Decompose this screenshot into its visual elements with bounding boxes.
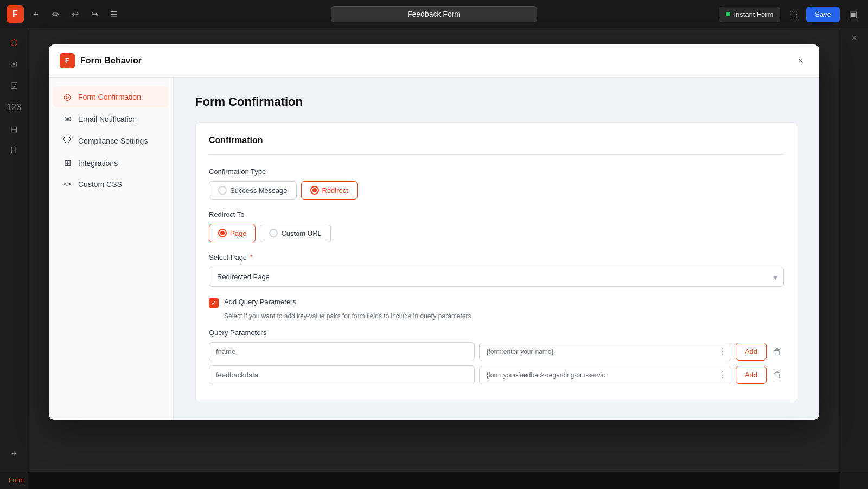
radio-circle-redirect [310, 186, 319, 195]
select-page-wrapper: Redirected Page ▾ [209, 267, 784, 287]
undo-icon[interactable]: ↩ [67, 7, 82, 22]
red-arrow-annotation [795, 322, 819, 387]
modal-nav: ◎ Form Confirmation ✉ Email Notification… [49, 78, 174, 420]
form-behavior-modal: F Form Behavior × ◎ Form Confirmation ✉ [49, 44, 819, 420]
app-logo: F [7, 5, 24, 23]
radio-inner-redirect [312, 188, 317, 192]
right-panel: × [840, 28, 868, 489]
query-row-2: ⋮ Add 🗑 [209, 365, 784, 384]
left-sidebar: ⬡ ✉ ☑ 123 ⊟ H ＋ ✏ [0, 28, 28, 489]
delete-icon-1[interactable]: 🗑 [771, 345, 784, 359]
modal-close-button[interactable]: × [793, 53, 808, 68]
compliance-settings-icon: 🛡 [62, 136, 73, 146]
query-value-wrapper-1: ⋮ [479, 343, 731, 361]
checkbox-label-wrapper: Add Query Parameters [224, 298, 296, 306]
radio-label-custom-url: Custom URL [281, 229, 321, 237]
redirect-to-group: Page Custom URL [209, 224, 784, 242]
query-dots-icon-1[interactable]: ⋮ [718, 346, 727, 357]
nav-item-form-confirmation[interactable]: ◎ Form Confirmation [53, 86, 169, 107]
top-bar: F ＋ ✏ ↩ ↪ ☰ Instant Form ⬚ Save ▣ [0, 0, 868, 28]
sidebar-icon-mail[interactable]: ✉ [4, 54, 24, 74]
select-page-label-text: Select Page [209, 253, 247, 261]
page-title: Form Confirmation [195, 95, 797, 109]
card-title: Confirmation [209, 136, 784, 155]
nav-label-compliance-settings: Compliance Settings [78, 137, 148, 145]
radio-label-redirect: Redirect [322, 186, 348, 195]
radio-circle-success [218, 186, 227, 195]
canvas-area: F Form Behavior × ◎ Form Confirmation ✉ [28, 28, 840, 489]
query-params-title: Query Parameters [209, 329, 784, 337]
email-notification-icon: ✉ [62, 114, 73, 124]
nav-label-custom-css: Custom CSS [78, 180, 122, 189]
instant-form-label: Instant Form [733, 10, 773, 18]
list-icon[interactable]: ☰ [106, 7, 122, 22]
confirmation-card: Confirmation Confirmation Type Success M… [195, 122, 797, 402]
form-title-input[interactable] [331, 6, 537, 22]
query-value-wrapper-2: ⋮ [479, 366, 731, 384]
modal-header: F Form Behavior × [49, 44, 819, 78]
add-button-2[interactable]: Add [736, 366, 767, 384]
nav-item-custom-css[interactable]: <> Custom CSS [53, 175, 169, 194]
instant-form-badge: Instant Form [719, 7, 780, 22]
radio-page[interactable]: Page [209, 224, 256, 242]
radio-label-page: Page [230, 229, 246, 237]
sidebar-icon-layers[interactable]: ⬡ [4, 33, 24, 52]
sidebar-icon-add-bottom[interactable]: ＋ [4, 443, 24, 463]
sidebar-icon-check[interactable]: ☑ [4, 76, 24, 95]
add-query-params-row: ✓ Add Query Parameters [209, 298, 784, 308]
save-button[interactable]: Save [806, 7, 840, 22]
bottom-form-label: Form [9, 477, 24, 484]
sidebar-icon-widget[interactable]: ⊟ [4, 119, 24, 139]
query-dots-icon-2[interactable]: ⋮ [718, 370, 727, 380]
modal-overlay: F Form Behavior × ◎ Form Confirmation ✉ [28, 28, 840, 489]
modal-logo: F [60, 53, 75, 68]
select-page-label: Select Page * [209, 253, 784, 261]
sidebar-icon-heading[interactable]: H [4, 141, 24, 160]
custom-css-icon: <> [62, 181, 73, 188]
nav-item-compliance-settings[interactable]: 🛡 Compliance Settings [53, 131, 169, 151]
sidebar-icon-number[interactable]: 123 [4, 98, 24, 117]
nav-item-email-notification[interactable]: ✉ Email Notification [53, 108, 169, 130]
modal-title: Form Behavior [80, 56, 142, 66]
radio-inner-page [220, 231, 225, 235]
main-layout: ⬡ ✉ ☑ 123 ⊟ H ＋ ✏ F Form Behavior × [0, 28, 868, 489]
radio-redirect[interactable]: Redirect [301, 181, 358, 200]
layout-icon[interactable]: ▣ [844, 5, 861, 23]
integrations-icon: ⊞ [62, 158, 73, 168]
form-confirmation-icon: ◎ [62, 92, 73, 102]
checkbox-description: Select if you want to add key-value pair… [224, 312, 784, 320]
external-link-icon[interactable]: ⬚ [784, 5, 802, 23]
modal-body: ◎ Form Confirmation ✉ Email Notification… [49, 78, 819, 420]
select-page-dropdown[interactable]: Redirected Page [209, 267, 784, 287]
nav-label-form-confirmation: Form Confirmation [78, 93, 141, 101]
redirect-to-section: Redirect To Page [209, 210, 784, 242]
redo-icon[interactable]: ↪ [87, 7, 102, 22]
status-dot [726, 12, 730, 16]
radio-custom-url[interactable]: Custom URL [260, 224, 330, 242]
query-key-2[interactable] [209, 365, 475, 384]
query-row-1: ⋮ Add 🗑 [209, 342, 784, 361]
radio-label-success: Success Message [230, 186, 288, 195]
checkbox-label: Add Query Parameters [224, 298, 296, 306]
radio-success-message[interactable]: Success Message [209, 181, 297, 200]
add-button-1[interactable]: Add [736, 343, 767, 361]
modal-content: Form Confirmation Confirmation Confirmat… [174, 78, 819, 420]
required-asterisk: * [250, 253, 253, 261]
redirect-to-label: Redirect To [209, 210, 784, 218]
right-panel-close[interactable]: × [851, 33, 857, 44]
confirmation-type-label: Confirmation Type [209, 168, 784, 176]
radio-circle-page [218, 229, 227, 237]
add-query-params-checkbox[interactable]: ✓ [209, 298, 219, 308]
query-value-2[interactable] [479, 366, 731, 384]
add-icon[interactable]: ＋ [28, 7, 43, 22]
radio-circle-custom-url [269, 229, 278, 237]
nav-label-integrations: Integrations [78, 159, 118, 168]
query-value-1[interactable] [479, 343, 731, 361]
confirmation-type-group: Success Message Redirect [209, 181, 784, 200]
delete-icon-2[interactable]: 🗑 [771, 368, 784, 382]
query-key-1[interactable] [209, 342, 475, 361]
top-bar-right: Instant Form ⬚ Save ▣ [719, 5, 861, 23]
edit-icon[interactable]: ✏ [48, 7, 63, 22]
nav-label-email-notification: Email Notification [78, 115, 137, 124]
nav-item-integrations[interactable]: ⊞ Integrations [53, 152, 169, 173]
